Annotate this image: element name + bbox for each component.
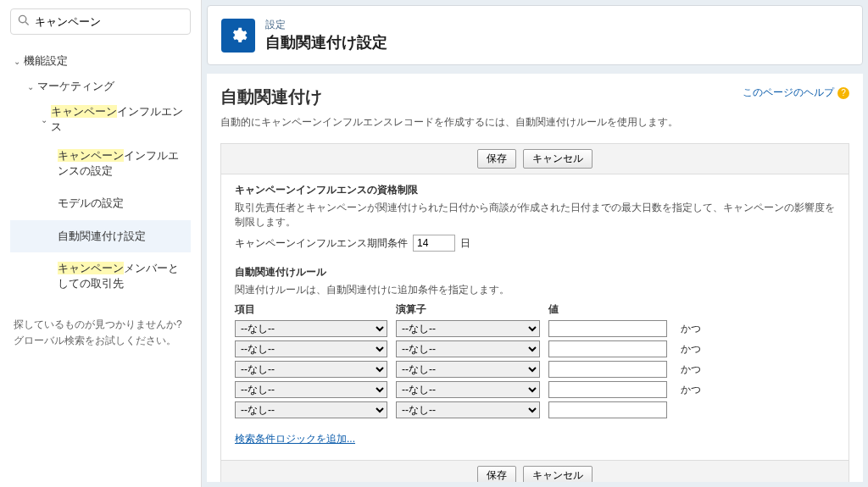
field-select[interactable]: --なし-- — [235, 361, 387, 378]
search-input[interactable] — [35, 15, 183, 28]
field-select[interactable]: --なし-- — [235, 401, 387, 418]
content-panel: 自動関連付け このページのヘルプ ? 自動的にキャンペーンインフルエンスレコード… — [207, 74, 863, 482]
button-bar-bottom: 保存 キャンセル — [221, 460, 849, 482]
section2-heading: 自動関連付けルール — [235, 265, 835, 279]
rules-table: 項目 演算子 値 --なし----なし--かつ--なし----なし--かつ--な… — [235, 302, 835, 418]
help-link[interactable]: このページのヘルプ ? — [743, 86, 849, 100]
cancel-button-bottom[interactable]: キャンセル — [523, 466, 593, 482]
rule-row: --なし----なし--かつ — [235, 320, 835, 337]
field-select[interactable]: --なし-- — [235, 320, 387, 337]
main-area: 設定 自動関連付け設定 自動関連付け このページのヘルプ ? 自動的にキャンペー… — [202, 0, 868, 487]
form-panel: 保存 キャンセル キャンペーンインフルエンスの資格制限 取引先責任者とキャンペー… — [220, 143, 849, 482]
save-button-bottom[interactable]: 保存 — [477, 466, 516, 482]
and-label: かつ — [676, 342, 709, 357]
content-title: 自動関連付け — [220, 86, 322, 108]
operator-select[interactable]: --なし-- — [396, 340, 540, 357]
period-unit: 日 — [460, 236, 470, 251]
help-icon: ? — [837, 87, 849, 99]
rule-row: --なし----なし--かつ — [235, 340, 835, 357]
tree-leaf-auto-assoc-settings[interactable]: 自動関連付け設定 — [10, 220, 191, 252]
field-select[interactable]: --なし-- — [235, 381, 387, 398]
svg-line-1 — [25, 22, 28, 25]
rule-row: --なし----なし--かつ — [235, 361, 835, 378]
sidebar: ⌄ 機能設定 ⌄ マーケティング ⌄ キャンペーンインフルエンス キャンペーンイ… — [0, 0, 202, 487]
col-header-field: 項目 — [235, 302, 396, 317]
operator-select[interactable]: --なし-- — [396, 381, 540, 398]
and-label: かつ — [676, 362, 709, 377]
gear-icon — [221, 19, 255, 53]
tree-campaign-influence[interactable]: ⌄ キャンペーンインフルエンス — [10, 99, 191, 140]
tree-leaf-member-account[interactable]: キャンペーンメンバーとしての取引先 — [10, 252, 191, 300]
chevron-down-icon: ⌄ — [24, 82, 37, 91]
tree-label: キャンペーンインフルエンス — [51, 104, 191, 135]
period-label: キャンペーンインフルエンス期間条件 — [235, 236, 408, 251]
rule-row: --なし----なし-- — [235, 401, 835, 418]
value-input[interactable] — [548, 401, 667, 418]
search-box[interactable] — [10, 8, 191, 35]
and-label: かつ — [676, 383, 709, 397]
page-header: 設定 自動関連付け設定 — [207, 5, 863, 65]
page-title: 自動関連付け設定 — [265, 32, 387, 53]
add-filter-logic-link[interactable]: 検索条件ロジックを追加... — [235, 432, 355, 446]
section2-desc: 関連付けルールは、自動関連付けに追加条件を指定します。 — [235, 283, 835, 297]
tree-leaf-influence-settings[interactable]: キャンペーンインフルエンスの設定 — [10, 140, 191, 187]
tree-leaf-model-settings[interactable]: モデルの設定 — [10, 187, 191, 219]
search-icon — [18, 14, 35, 29]
operator-select[interactable]: --なし-- — [396, 361, 540, 378]
section1-heading: キャンペーンインフルエンスの資格制限 — [235, 183, 835, 197]
nav-tree: ⌄ 機能設定 ⌄ マーケティング ⌄ キャンペーンインフルエンス キャンペーンイ… — [10, 48, 191, 300]
save-button[interactable]: 保存 — [477, 149, 516, 169]
operator-select[interactable]: --なし-- — [396, 401, 540, 418]
content-description: 自動的にキャンペーンインフルエンスレコードを作成するには、自動関連付けルールを使… — [220, 115, 849, 130]
tree-marketing[interactable]: ⌄ マーケティング — [10, 74, 191, 99]
tree-root-features[interactable]: ⌄ 機能設定 — [10, 48, 191, 74]
value-input[interactable] — [548, 381, 667, 398]
chevron-down-icon: ⌄ — [10, 57, 24, 66]
tree-label: 機能設定 — [24, 53, 68, 69]
section1-desc: 取引先責任者とキャンペーンが関連付けられた日付から商談が作成された日付までの最大… — [235, 201, 835, 230]
period-input[interactable] — [413, 235, 455, 252]
value-input[interactable] — [548, 320, 667, 337]
breadcrumb: 設定 — [265, 18, 387, 32]
and-label: かつ — [676, 322, 709, 336]
field-select[interactable]: --なし-- — [235, 340, 387, 357]
sidebar-help-text: 探しているものが見つかりませんか? グローバル検索をお試しください。 — [10, 317, 191, 349]
button-bar-top: 保存 キャンセル — [221, 144, 849, 174]
col-header-value: 値 — [548, 302, 676, 317]
chevron-down-icon: ⌄ — [37, 115, 51, 125]
tree-label: マーケティング — [37, 79, 114, 94]
value-input[interactable] — [548, 340, 667, 357]
cancel-button[interactable]: キャンセル — [523, 149, 593, 169]
value-input[interactable] — [548, 361, 667, 378]
operator-select[interactable]: --なし-- — [396, 320, 540, 337]
rule-row: --なし----なし--かつ — [235, 381, 835, 398]
col-header-operator: 演算子 — [396, 302, 548, 317]
svg-point-0 — [19, 15, 25, 22]
